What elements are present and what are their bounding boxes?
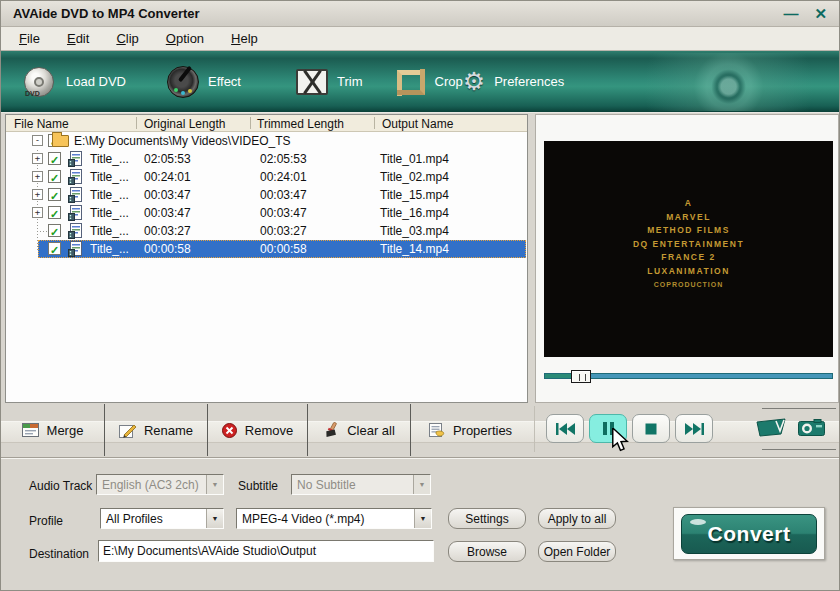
apply-to-all-button[interactable]: Apply to all bbox=[538, 508, 616, 529]
column-file-name[interactable]: File Name bbox=[14, 117, 69, 131]
crop-frame-icon bbox=[396, 68, 426, 96]
profile-label: Profile bbox=[29, 514, 63, 528]
table-row[interactable]: ✓ Title_... 00:03:27 00:03:27 Title_03.m… bbox=[6, 222, 527, 240]
preview-tools bbox=[756, 408, 836, 450]
next-button[interactable] bbox=[675, 414, 713, 443]
menu-help[interactable]: Help bbox=[231, 31, 258, 46]
browse-button[interactable]: Browse bbox=[448, 541, 526, 562]
video-clip-icon[interactable] bbox=[756, 417, 790, 439]
table-row[interactable]: + ✓ Title_... 00:03:47 00:03:47 Title_15… bbox=[6, 186, 527, 204]
destination-label: Destination bbox=[29, 547, 89, 561]
expand-icon[interactable]: + bbox=[32, 189, 43, 200]
settings-button[interactable]: Settings bbox=[448, 508, 526, 529]
open-folder-button[interactable]: Open Folder bbox=[538, 541, 616, 562]
divider bbox=[1, 457, 839, 459]
video-display: A MARVEL METHOD FILMS DQ ENTERTAINMENT F… bbox=[544, 141, 833, 357]
tree-root-row[interactable]: - ✓ E:\My Documents\My Videos\VIDEO_TS bbox=[6, 132, 527, 150]
file-list-header: File Name Original Length Trimmed Length… bbox=[6, 115, 527, 132]
expand-icon[interactable]: + bbox=[32, 207, 43, 218]
video-file-icon bbox=[68, 169, 82, 185]
previous-button[interactable] bbox=[546, 414, 584, 443]
stop-icon bbox=[645, 423, 657, 435]
seek-slider-thumb[interactable] bbox=[571, 370, 591, 383]
effect-button[interactable]: Effect bbox=[167, 66, 241, 98]
checkbox[interactable]: ✓ bbox=[48, 206, 61, 219]
subtitle-select: No Subtitle ▼ bbox=[291, 474, 431, 495]
preview-panel: A MARVEL METHOD FILMS DQ ENTERTAINMENT F… bbox=[535, 114, 839, 403]
minimize-icon[interactable]: — bbox=[783, 6, 798, 21]
mouse-cursor bbox=[611, 428, 629, 454]
menu-option[interactable]: Option bbox=[166, 31, 204, 46]
column-trimmed-length[interactable]: Trimmed Length bbox=[257, 117, 344, 131]
chevron-down-icon: ▼ bbox=[413, 475, 430, 494]
dvd-watermark-image bbox=[609, 53, 839, 111]
audio-track-label: Audio Track bbox=[29, 479, 92, 493]
checkbox[interactable]: ✓ bbox=[48, 188, 61, 201]
video-file-icon bbox=[68, 187, 82, 203]
main-toolbar: DVD Load DVD Effect Trim Crop ⚙ Preferen… bbox=[1, 51, 839, 113]
expand-icon[interactable]: + bbox=[32, 153, 43, 164]
rename-pencil-icon bbox=[119, 423, 136, 438]
seek-slider[interactable] bbox=[544, 373, 833, 379]
table-row[interactable]: + ✓ Title_... 02:05:53 02:05:53 Title_01… bbox=[6, 150, 527, 168]
menu-edit[interactable]: Edit bbox=[67, 31, 89, 46]
expand-icon[interactable]: + bbox=[32, 171, 43, 182]
app-window: AVAide DVD to MP4 Converter — ✕ File Edi… bbox=[0, 0, 840, 591]
menu-clip[interactable]: Clip bbox=[116, 31, 138, 46]
checkbox[interactable]: ✓ bbox=[48, 152, 61, 165]
video-file-icon bbox=[68, 205, 82, 221]
load-dvd-button[interactable]: DVD Load DVD bbox=[23, 66, 126, 98]
column-original-length[interactable]: Original Length bbox=[144, 117, 225, 131]
video-file-icon bbox=[68, 151, 82, 167]
properties-button[interactable]: Properties bbox=[410, 404, 529, 456]
destination-input[interactable] bbox=[98, 540, 434, 562]
convert-panel: Convert bbox=[673, 507, 825, 560]
next-icon bbox=[685, 423, 704, 435]
video-file-icon bbox=[68, 223, 82, 239]
video-credits-text: A MARVEL METHOD FILMS DQ ENTERTAINMENT F… bbox=[544, 197, 833, 292]
trim-scissors-icon bbox=[296, 69, 328, 95]
stop-button[interactable] bbox=[632, 414, 670, 443]
collapse-icon[interactable]: - bbox=[32, 135, 43, 146]
dvd-disc-icon: DVD bbox=[23, 66, 57, 98]
checkbox[interactable]: ✓ bbox=[48, 224, 61, 237]
rename-button[interactable]: Rename bbox=[104, 404, 207, 456]
remove-icon bbox=[222, 423, 237, 438]
previous-icon bbox=[556, 423, 575, 435]
trim-button[interactable]: Trim bbox=[296, 69, 363, 95]
close-icon[interactable]: ✕ bbox=[814, 6, 827, 21]
table-row[interactable]: + ✓ Title_... 00:24:01 00:24:01 Title_02… bbox=[6, 168, 527, 186]
file-list-panel: File Name Original Length Trimmed Length… bbox=[5, 114, 528, 403]
profile-select[interactable]: All Profiles ▼ bbox=[100, 508, 224, 529]
table-row[interactable]: + ✓ Title_... 00:03:47 00:03:47 Title_16… bbox=[6, 204, 527, 222]
clear-all-brush-icon bbox=[323, 422, 339, 438]
checkbox[interactable]: ✓ bbox=[48, 170, 61, 183]
video-file-icon bbox=[68, 241, 82, 257]
crop-button[interactable]: Crop bbox=[396, 68, 463, 96]
merge-icon bbox=[22, 423, 39, 437]
chevron-down-icon: ▼ bbox=[206, 509, 223, 528]
folder-icon bbox=[52, 135, 69, 147]
table-row-selected[interactable]: ✓ Title_... 00:00:58 00:00:58 Title_14.m… bbox=[6, 240, 527, 258]
chevron-down-icon: ▼ bbox=[414, 509, 431, 528]
snapshot-camera-icon[interactable] bbox=[798, 419, 826, 437]
convert-button[interactable]: Convert bbox=[681, 514, 817, 554]
title-bar: AVAide DVD to MP4 Converter — ✕ bbox=[1, 1, 839, 27]
list-actions-toolbar: Merge Rename Remove Clear all Properties bbox=[1, 404, 528, 456]
audio-track-select: English (AC3 2ch) ▼ bbox=[96, 474, 224, 495]
menu-file[interactable]: File bbox=[19, 31, 40, 46]
column-output-name[interactable]: Output Name bbox=[382, 117, 453, 131]
subtitle-label: Subtitle bbox=[238, 479, 278, 493]
remove-button[interactable]: Remove bbox=[207, 404, 307, 456]
gear-icon: ⚙ bbox=[463, 69, 485, 94]
format-select[interactable]: MPEG-4 Video (*.mp4) ▼ bbox=[236, 508, 432, 529]
clear-all-button[interactable]: Clear all bbox=[307, 404, 410, 456]
merge-button[interactable]: Merge bbox=[1, 404, 104, 456]
root-path: E:\My Documents\My Videos\VIDEO_TS bbox=[74, 134, 291, 148]
chevron-down-icon: ▼ bbox=[206, 475, 223, 494]
effect-gauge-icon bbox=[167, 66, 199, 98]
preferences-button[interactable]: ⚙ Preferences bbox=[463, 69, 565, 94]
divider bbox=[534, 406, 535, 452]
checkbox[interactable]: ✓ bbox=[48, 242, 61, 255]
properties-icon bbox=[428, 423, 445, 438]
